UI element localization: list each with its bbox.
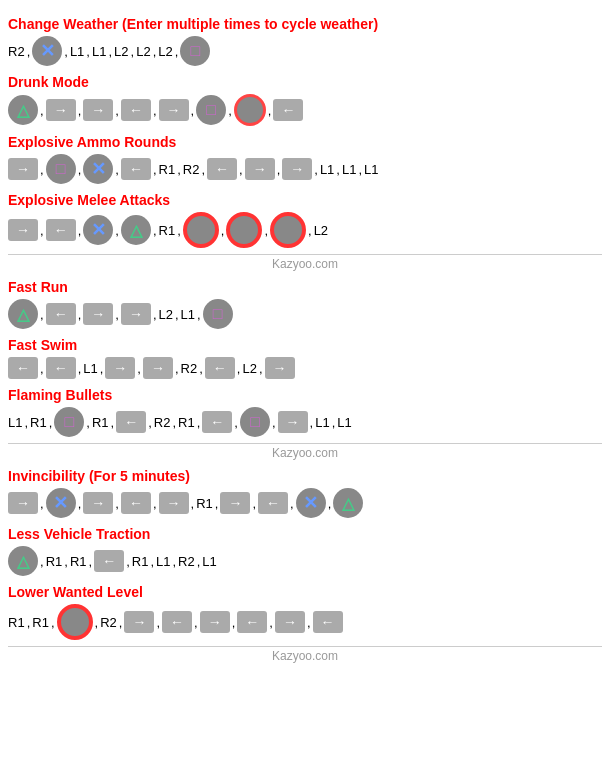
section-title: Lower Wanted Level xyxy=(8,584,602,600)
button-label: R1 xyxy=(132,554,149,569)
separator: , xyxy=(119,615,123,630)
separator: , xyxy=(314,162,318,177)
section-title: Invincibility (For 5 minutes) xyxy=(8,468,602,484)
watermark: Kazyoo.com xyxy=(8,446,602,460)
arrow-left-icon: ← xyxy=(94,550,124,572)
arrow-right-icon: → xyxy=(143,357,173,379)
separator: , xyxy=(307,615,311,630)
circle-button-big xyxy=(226,212,262,248)
button-label: L2 xyxy=(114,44,128,59)
triangle-button: △ xyxy=(333,488,363,518)
arrow-right-icon: → xyxy=(8,158,38,180)
button-label: L2 xyxy=(242,361,256,376)
separator: , xyxy=(232,615,236,630)
arrow-left-icon: ← xyxy=(8,357,38,379)
arrow-right-icon: → xyxy=(245,158,275,180)
button-label: L1 xyxy=(156,554,170,569)
cheat-row: →,□,✕,←,R1,R2,←,→,→,L1,L1,L1 xyxy=(8,154,602,184)
separator: , xyxy=(27,44,31,59)
separator: , xyxy=(191,103,195,118)
arrow-left-icon: ← xyxy=(116,411,146,433)
separator: , xyxy=(172,415,176,430)
separator: , xyxy=(175,44,179,59)
separator: , xyxy=(78,361,82,376)
arrow-right-icon: → xyxy=(265,357,295,379)
triangle-button: △ xyxy=(8,299,38,329)
separator: , xyxy=(194,615,198,630)
arrow-right-icon: → xyxy=(121,303,151,325)
arrow-right-icon: → xyxy=(105,357,135,379)
separator: , xyxy=(148,415,152,430)
cross-button: ✕ xyxy=(296,488,326,518)
arrow-right-icon: → xyxy=(275,611,305,633)
section-title: Explosive Ammo Rounds xyxy=(8,134,602,150)
arrow-left-icon: ← xyxy=(121,158,151,180)
separator: , xyxy=(153,44,157,59)
arrow-left-icon: ← xyxy=(121,99,151,121)
button-label: R1 xyxy=(92,415,109,430)
arrow-left-icon: ← xyxy=(162,611,192,633)
divider xyxy=(8,646,602,647)
separator: , xyxy=(197,415,201,430)
separator: , xyxy=(89,554,93,569)
separator: , xyxy=(78,162,82,177)
separator: , xyxy=(153,496,157,511)
watermark: Kazyoo.com xyxy=(8,649,602,663)
separator: , xyxy=(264,223,268,238)
separator: , xyxy=(64,44,68,59)
button-label: R1 xyxy=(30,415,47,430)
separator: , xyxy=(40,223,44,238)
separator: , xyxy=(40,307,44,322)
cheat-row: △,R1,R1,←,R1,L1,R2,L1 xyxy=(8,546,602,576)
button-label: L1 xyxy=(364,162,378,177)
button-label: L2 xyxy=(158,44,172,59)
separator: , xyxy=(40,496,44,511)
button-label: L1 xyxy=(202,554,216,569)
button-label: R2 xyxy=(178,554,195,569)
separator: , xyxy=(201,162,205,177)
separator: , xyxy=(228,103,232,118)
arrow-left-icon: ← xyxy=(46,303,76,325)
separator: , xyxy=(40,361,44,376)
arrow-left-icon: ← xyxy=(237,611,267,633)
separator: , xyxy=(177,162,181,177)
section-title: Change Weather (Enter multiple times to … xyxy=(8,16,602,32)
cross-button: ✕ xyxy=(83,215,113,245)
arrow-left-icon: ← xyxy=(121,492,151,514)
square-button: □ xyxy=(196,95,226,125)
arrow-left-icon: ← xyxy=(202,411,232,433)
square-button: □ xyxy=(240,407,270,437)
arrow-right-icon: → xyxy=(8,219,38,241)
button-label: R1 xyxy=(32,615,49,630)
separator: , xyxy=(115,496,119,511)
square-button: □ xyxy=(46,154,76,184)
cross-button: ✕ xyxy=(83,154,113,184)
separator: , xyxy=(269,615,273,630)
button-label: L2 xyxy=(136,44,150,59)
arrow-right-icon: → xyxy=(220,492,250,514)
separator: , xyxy=(239,162,243,177)
separator: , xyxy=(156,615,160,630)
button-label: R2 xyxy=(8,44,25,59)
separator: , xyxy=(175,307,179,322)
triangle-button: △ xyxy=(8,546,38,576)
section-title: Fast Swim xyxy=(8,337,602,353)
circle-button-big xyxy=(183,212,219,248)
separator: , xyxy=(51,615,55,630)
square-button: □ xyxy=(180,36,210,66)
separator: , xyxy=(191,496,195,511)
section-title: Explosive Melee Attacks xyxy=(8,192,602,208)
button-label: L1 xyxy=(320,162,334,177)
button-label: R2 xyxy=(183,162,200,177)
cheat-row: L1,R1,□,R1,←,R2,R1,←,□,→,L1,L1 xyxy=(8,407,602,437)
button-label: L2 xyxy=(314,223,328,238)
separator: , xyxy=(49,415,53,430)
button-label: R2 xyxy=(181,361,198,376)
separator: , xyxy=(150,554,154,569)
square-button: □ xyxy=(54,407,84,437)
cross-button: ✕ xyxy=(46,488,76,518)
cheat-row: →,✕,→,←,→,R1,→,←,✕,△ xyxy=(8,488,602,518)
circle-button xyxy=(234,94,266,126)
separator: , xyxy=(175,361,179,376)
separator: , xyxy=(24,415,28,430)
